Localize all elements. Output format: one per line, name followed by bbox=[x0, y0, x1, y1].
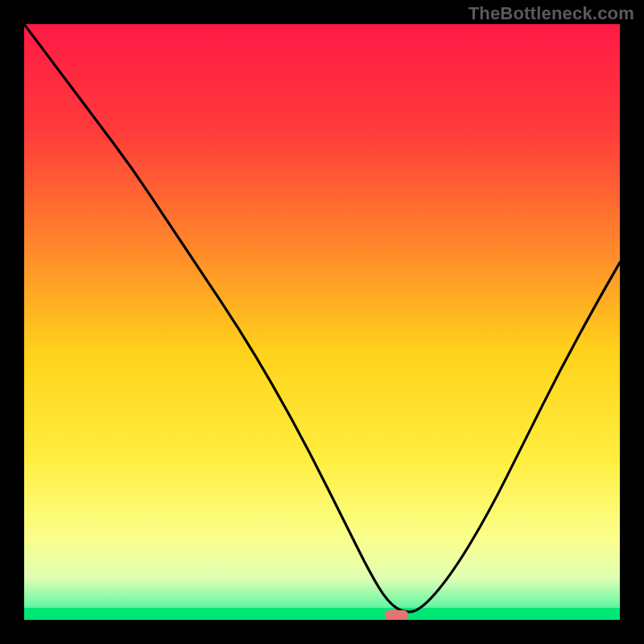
bottleneck-chart bbox=[0, 0, 644, 644]
green-baseline-band bbox=[24, 608, 620, 620]
plot-background bbox=[24, 24, 620, 620]
chart-container: TheBottleneck.com bbox=[0, 0, 644, 644]
watermark-label: TheBottleneck.com bbox=[469, 3, 634, 24]
optimal-marker bbox=[385, 610, 409, 620]
